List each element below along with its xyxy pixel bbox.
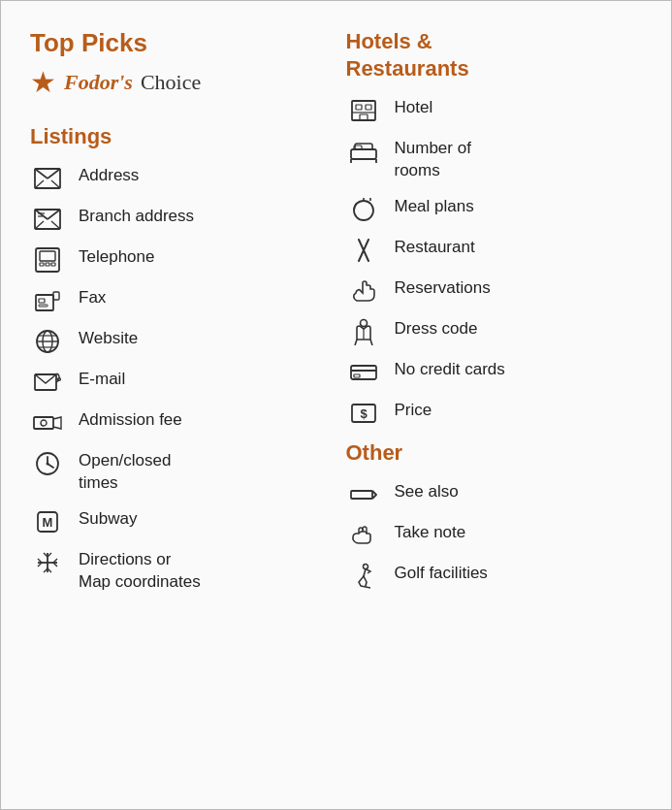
list-item: Meal plans (346, 196, 643, 223)
directions-icon (30, 549, 65, 576)
clock-icon (30, 450, 65, 477)
top-picks-section: Top Picks ★ Fodor's Choice (30, 28, 317, 97)
main-card: Top Picks ★ Fodor's Choice Listings (0, 0, 672, 810)
website-label: Website (79, 328, 138, 350)
list-item: Restaurant (346, 237, 643, 264)
list-item: Open/closedtimes (30, 450, 317, 495)
see-also-icon (346, 481, 381, 508)
svg-point-62 (363, 564, 368, 568)
admission-icon (30, 409, 65, 437)
address-icon (30, 165, 65, 192)
svg-line-54 (355, 340, 357, 345)
list-item: See also (346, 481, 643, 508)
list-item: Reservations (346, 277, 643, 305)
price-label: Price (395, 400, 432, 422)
svg-rect-38 (352, 101, 375, 120)
list-item: Fax (30, 287, 317, 314)
svg-rect-18 (53, 292, 59, 300)
other-title: Other (346, 440, 643, 466)
rooms-icon (346, 138, 381, 165)
svg-rect-20 (39, 305, 48, 307)
svg-point-52 (360, 319, 367, 326)
address-label: Address (79, 165, 139, 187)
hotels-title: Hotels &Restaurants (346, 28, 643, 81)
svg-line-6 (35, 210, 48, 219)
subway-icon: M (30, 508, 65, 535)
svg-line-4 (51, 180, 60, 188)
list-item: M Subway (30, 508, 317, 535)
dress-code-icon (346, 318, 381, 345)
reservations-label: Reservations (395, 277, 491, 300)
golf-label: Golf facilities (395, 563, 488, 585)
dress-code-label: Dress code (395, 318, 478, 340)
list-item: $ Price (346, 400, 643, 427)
restaurant-label: Restaurant (395, 237, 475, 259)
fodors-logo: Fodor's (64, 70, 133, 95)
svg-line-2 (48, 169, 60, 178)
website-icon (30, 328, 65, 355)
take-note-label: Take note (395, 522, 466, 544)
svg-rect-19 (39, 299, 45, 303)
list-item: Address (30, 165, 317, 192)
svg-line-55 (370, 340, 372, 345)
hotels-section: Hotels &Restaurants Hotel (346, 28, 643, 427)
branch-address-icon (30, 206, 65, 233)
list-item: Website (30, 328, 317, 355)
right-column: Hotels &Restaurants Hotel (336, 28, 643, 782)
subway-label: Subway (79, 508, 137, 531)
svg-rect-13 (40, 251, 55, 261)
list-item: E-mail (30, 369, 317, 396)
list-item: Admission fee (30, 409, 317, 437)
other-section: Other See also (346, 440, 643, 590)
list-item: Branch address (30, 206, 317, 233)
svg-rect-14 (40, 263, 44, 266)
svg-rect-39 (356, 105, 362, 110)
svg-line-7 (48, 210, 60, 219)
list-item: Number ofrooms (346, 138, 643, 182)
restaurant-icon (346, 237, 381, 264)
list-item: Directions orMap coordinates (30, 549, 317, 594)
left-column: Top Picks ★ Fodor's Choice Listings (30, 28, 336, 782)
svg-point-33 (47, 463, 49, 466)
open-closed-label: Open/closedtimes (79, 450, 171, 495)
hotel-label: Hotel (395, 97, 433, 119)
svg-rect-41 (360, 114, 368, 120)
svg-rect-58 (354, 374, 360, 377)
admission-label: Admission fee (79, 409, 182, 432)
svg-line-63 (364, 568, 366, 576)
svg-rect-61 (351, 491, 372, 499)
svg-rect-15 (46, 263, 49, 266)
see-also-label: See also (395, 481, 459, 503)
svg-line-9 (51, 221, 60, 229)
meal-plans-label: Meal plans (395, 196, 474, 218)
email-icon (30, 369, 65, 396)
no-credit-cards-label: No credit cards (395, 359, 505, 381)
no-credit-cards-icon (346, 359, 381, 386)
svg-rect-40 (366, 105, 371, 110)
telephone-label: Telephone (79, 246, 154, 269)
fax-icon (30, 287, 65, 314)
svg-point-29 (41, 420, 47, 426)
golf-icon (346, 563, 381, 590)
star-icon: ★ (30, 68, 56, 97)
svg-text:$: $ (360, 406, 368, 421)
list-item: Dress code (346, 318, 643, 345)
svg-rect-16 (51, 263, 55, 266)
svg-line-1 (35, 169, 48, 178)
list-item: Golf facilities (346, 563, 643, 590)
meal-plans-icon (346, 196, 381, 223)
svg-rect-43 (351, 149, 376, 159)
svg-line-64 (361, 586, 370, 588)
fax-label: Fax (79, 287, 106, 309)
reservations-icon (346, 277, 381, 305)
fodors-choice-text: Choice (141, 70, 201, 95)
hotel-icon (346, 97, 381, 124)
svg-text:M: M (43, 515, 53, 530)
svg-line-3 (35, 180, 44, 188)
list-item: No credit cards (346, 359, 643, 386)
fodors-row: ★ Fodor's Choice (30, 68, 317, 97)
list-item: Take note (346, 522, 643, 549)
rooms-label: Number ofrooms (395, 138, 471, 182)
telephone-icon (30, 246, 65, 274)
svg-rect-28 (34, 417, 53, 429)
